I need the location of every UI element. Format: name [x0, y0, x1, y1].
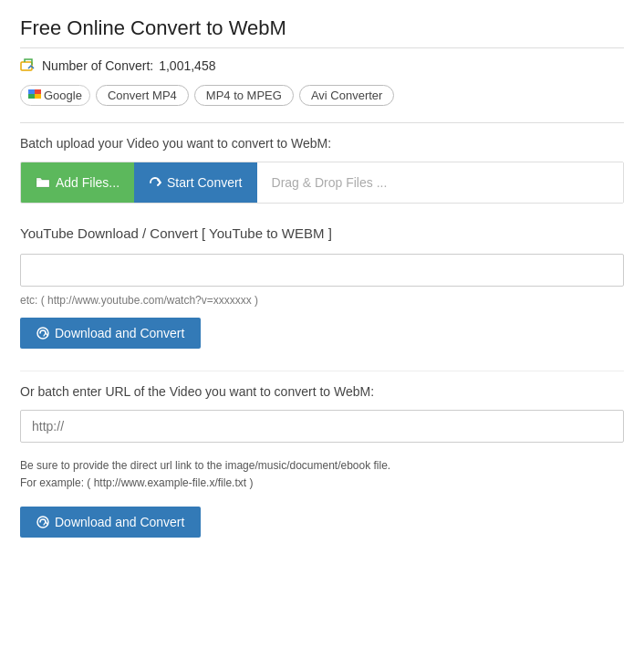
counter-value: 1,001,458 — [159, 58, 215, 73]
batch-download-convert-button[interactable]: Download and Convert — [20, 507, 201, 538]
folder-icon — [36, 176, 50, 189]
youtube-url-input[interactable]: youtube.com/watch?v=EY7K0CGRIjk — [20, 254, 624, 287]
batch-info-line1: Be sure to provide the direct url link t… — [20, 457, 624, 475]
batch-download-convert-label: Download and Convert — [55, 515, 184, 529]
svg-rect-3 — [28, 94, 35, 99]
divider-2 — [20, 371, 624, 371]
nav-mp4-mpeg[interactable]: MP4 to MPEG — [194, 85, 294, 106]
start-convert-button[interactable]: Start Convert — [134, 162, 256, 203]
batch-section: Or batch enter URL of the Video you want… — [20, 384, 624, 538]
batch-url-input[interactable] — [20, 410, 624, 443]
convert-counter: Number of Convert: 1,001,458 — [20, 57, 624, 74]
batch-convert-icon — [36, 516, 49, 528]
batch-label: Or batch enter URL of the Video you want… — [20, 384, 624, 399]
youtube-section: YouTube Download / Convert [ YouTube to … — [20, 225, 624, 349]
start-convert-label: Start Convert — [167, 175, 242, 190]
svg-rect-1 — [28, 89, 35, 94]
nav-avi-converter[interactable]: Avi Converter — [299, 85, 395, 106]
drag-drop-text: Drag & Drop Files ... — [272, 175, 388, 190]
youtube-download-convert-label: Download and Convert — [55, 326, 184, 340]
svg-point-5 — [37, 328, 48, 339]
add-files-button[interactable]: Add Files... — [21, 162, 134, 203]
upload-section: Batch upload your Video you want to conv… — [20, 136, 624, 204]
google-label: Google — [44, 89, 82, 102]
youtube-url-hint: etc: ( http://www.youtube.com/watch?v=xx… — [20, 294, 624, 307]
refresh-count-icon — [20, 57, 36, 74]
youtube-download-convert-button[interactable]: Download and Convert — [20, 318, 201, 349]
nav-links: Google Convert MP4 MP4 to MPEG Avi Conve… — [20, 85, 624, 106]
drag-drop-area: Drag & Drop Files ... — [257, 162, 623, 203]
nav-google-link[interactable]: Google — [20, 85, 90, 106]
batch-info-line2: For example: ( http://www.example-file.x… — [20, 475, 624, 492]
svg-rect-2 — [35, 89, 41, 94]
nav-convert-mp4[interactable]: Convert MP4 — [96, 85, 189, 106]
svg-point-6 — [37, 517, 48, 528]
upload-area: Add Files... Start Convert Drag & Drop F… — [20, 162, 624, 204]
add-files-label: Add Files... — [56, 175, 119, 190]
counter-label: Number of Convert: — [42, 58, 153, 73]
download-convert-icon — [36, 327, 49, 340]
batch-info: Be sure to provide the direct url link t… — [20, 457, 624, 492]
page-title: Free Online Convert to WebM — [20, 16, 624, 48]
svg-rect-4 — [35, 94, 41, 99]
youtube-title: YouTube Download / Convert [ YouTube to … — [20, 225, 624, 241]
convert-icon — [149, 176, 161, 189]
divider-1 — [20, 122, 624, 123]
google-flag-icon — [28, 89, 41, 102]
upload-label: Batch upload your Video you want to conv… — [20, 136, 624, 151]
